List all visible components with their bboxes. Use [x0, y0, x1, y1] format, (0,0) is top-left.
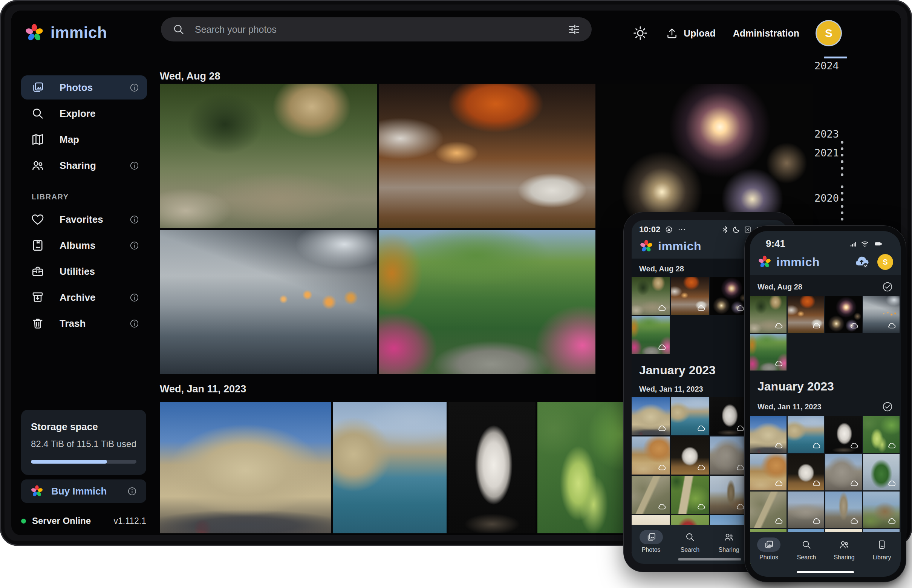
sidebar-item[interactable]: Explore — [21, 102, 147, 126]
photo-thumbnail[interactable] — [750, 454, 786, 490]
sidebar-item[interactable]: Sharing — [21, 153, 147, 178]
photo-thumbnail[interactable] — [750, 416, 786, 453]
ios-brand: immich S — [757, 254, 893, 270]
sidebar-main-group: Photos Explore Map — [11, 75, 155, 178]
search-filters-icon[interactable] — [568, 23, 580, 36]
info-icon[interactable] — [129, 161, 139, 171]
info-icon[interactable] — [129, 318, 139, 329]
photo-thumbnail[interactable] — [825, 416, 862, 453]
photo-thumbnail[interactable] — [863, 296, 899, 333]
photo-thumbnail[interactable] — [788, 296, 824, 333]
photo-thumbnail[interactable] — [632, 277, 670, 315]
cloud-badge-icon — [657, 462, 667, 472]
sidebar-item[interactable]: Map — [21, 128, 147, 152]
photo-thumbnail[interactable] — [671, 436, 709, 475]
info-icon[interactable] — [129, 241, 139, 250]
select-all-check-icon[interactable] — [882, 401, 893, 412]
sidebar-item[interactable]: Utilities — [21, 259, 147, 283]
home-indicator[interactable] — [678, 558, 741, 561]
photo-thumbnail[interactable] — [788, 454, 824, 490]
timeline-year-label[interactable]: 2020 — [814, 192, 839, 204]
cellular-signal-icon — [849, 240, 858, 248]
photo-thumbnail[interactable] — [671, 397, 709, 435]
photo-thumbnail[interactable] — [710, 277, 748, 315]
photo-thumbnail[interactable] — [710, 476, 748, 514]
immich-flower-icon — [757, 255, 772, 269]
sidebar-item-icon — [31, 107, 44, 120]
photo-thumbnail[interactable] — [750, 491, 786, 528]
timeline-year-label[interactable]: 2023 — [814, 128, 839, 140]
cloud-badge-icon — [696, 462, 706, 472]
photo-thumbnail[interactable] — [671, 476, 709, 514]
immich-marketing-screenshot: immich Upload Administration S — [0, 0, 912, 588]
sidebar-item[interactable]: Archive — [21, 285, 147, 309]
photo-thumbnail[interactable] — [710, 436, 748, 475]
photo-asset[interactable] — [597, 84, 812, 228]
nav-tab[interactable]: Photos — [757, 538, 780, 561]
photo-asset[interactable] — [379, 84, 596, 228]
top-bar: immich Upload Administration S — [11, 11, 901, 56]
photo-thumbnail[interactable] — [863, 416, 899, 453]
search-input[interactable] — [194, 24, 558, 36]
photo-asset[interactable] — [449, 402, 536, 533]
nav-tab[interactable]: Sharing — [717, 530, 741, 553]
sidebar-item[interactable]: Favorites — [21, 207, 147, 231]
nav-tab[interactable]: Search — [795, 538, 818, 561]
home-indicator[interactable] — [797, 571, 854, 573]
storage-title: Storage space — [31, 421, 136, 433]
sidebar-item[interactable]: Photos — [21, 75, 147, 100]
photo-thumbnail[interactable] — [632, 316, 670, 354]
nav-tab[interactable]: Search — [678, 530, 702, 553]
photo-thumbnail[interactable] — [632, 436, 670, 475]
sidebar-item[interactable]: Trash — [21, 311, 147, 336]
photo-thumbnail[interactable] — [788, 416, 824, 453]
cloud-sync-icon[interactable] — [853, 254, 870, 270]
user-avatar[interactable]: S — [877, 254, 893, 270]
photo-thumbnail[interactable] — [671, 277, 709, 315]
brand-wordmark: immich — [50, 24, 107, 42]
cloud-badge-icon — [657, 303, 667, 313]
user-avatar[interactable]: S — [817, 21, 841, 45]
nav-tab-icon — [801, 540, 812, 550]
photo-thumbnail[interactable] — [825, 491, 862, 528]
timeline-year-label[interactable]: 2021 — [814, 147, 839, 159]
cloud-badge-icon — [849, 478, 859, 488]
upload-button[interactable]: Upload — [665, 27, 716, 40]
photo-thumbnail[interactable] — [863, 454, 899, 490]
photo-thumbnail[interactable] — [750, 296, 786, 333]
immich-flower-icon — [639, 239, 654, 253]
buy-immich-button[interactable]: Buy Immich — [21, 480, 146, 503]
nav-tab[interactable]: Photos — [639, 530, 663, 553]
info-icon[interactable] — [129, 82, 139, 93]
sidebar-item-label: Trash — [60, 318, 86, 330]
photo-asset[interactable] — [333, 402, 447, 533]
photo-thumbnail[interactable] — [825, 296, 862, 333]
storage-card: Storage space 82.4 TiB of 115.1 TiB used — [21, 410, 146, 475]
photo-asset[interactable] — [160, 84, 377, 228]
photo-asset[interactable] — [379, 230, 596, 374]
brand-logo[interactable]: immich — [24, 23, 107, 43]
nav-tab[interactable]: Library — [870, 538, 894, 561]
info-icon[interactable] — [129, 292, 139, 303]
select-all-check-icon[interactable] — [882, 281, 893, 292]
cloud-badge-icon — [812, 321, 822, 331]
photo-thumbnail[interactable] — [710, 397, 748, 435]
photo-thumbnail[interactable] — [825, 454, 862, 490]
photo-thumbnail[interactable] — [863, 491, 899, 528]
photo-thumbnail[interactable] — [788, 491, 824, 528]
info-icon[interactable] — [129, 215, 139, 225]
wifi-icon — [861, 240, 869, 248]
photo-thumbnail[interactable] — [750, 334, 786, 370]
search-bar[interactable] — [161, 17, 592, 42]
sidebar-item[interactable]: Albums — [21, 233, 147, 257]
ios-bottom-nav: Photos Search Sharing Library — [750, 532, 901, 577]
photo-asset[interactable] — [160, 230, 377, 374]
photo-thumbnail[interactable] — [632, 397, 670, 435]
info-icon[interactable] — [127, 486, 137, 496]
photo-thumbnail[interactable] — [632, 476, 670, 514]
administration-link[interactable]: Administration — [733, 28, 799, 39]
photo-asset[interactable] — [160, 402, 331, 533]
nav-tab[interactable]: Sharing — [833, 538, 856, 561]
date-label: Wed, Jan 11, 2023 — [757, 402, 822, 411]
theme-toggle-icon[interactable] — [633, 25, 648, 41]
